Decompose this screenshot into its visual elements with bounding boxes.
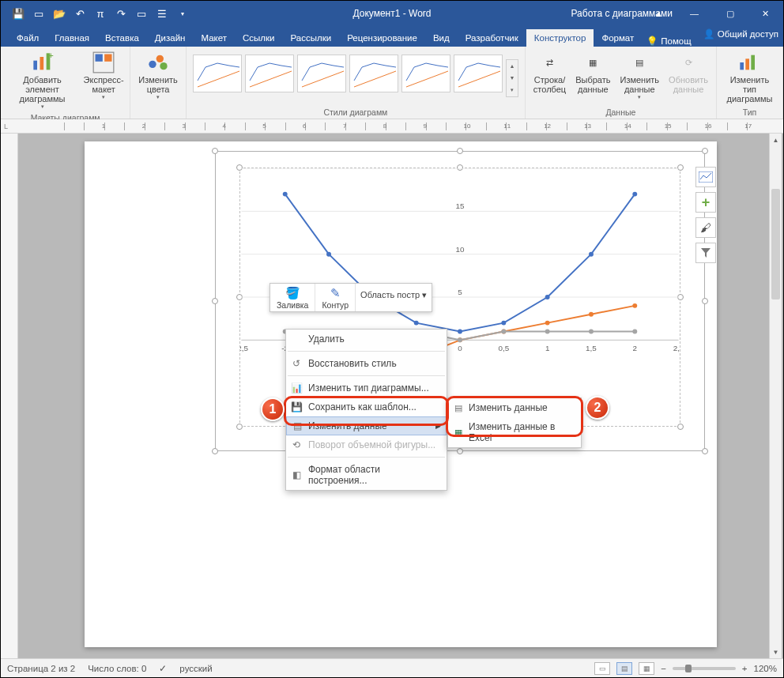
- style-thumb[interactable]: [193, 55, 242, 92]
- read-mode-icon[interactable]: ▭: [594, 662, 610, 675]
- zoom-in-icon[interactable]: +: [742, 664, 748, 673]
- chart-layout-icon[interactable]: [695, 167, 716, 187]
- selection-handle[interactable]: [457, 448, 463, 454]
- web-layout-icon[interactable]: ▦: [639, 662, 654, 675]
- word-count[interactable]: Число слов: 0: [88, 664, 146, 673]
- style-thumb[interactable]: [297, 55, 346, 92]
- excel-icon: ▦: [452, 428, 465, 438]
- save-icon[interactable]: 💾: [9, 4, 28, 23]
- selection-handle[interactable]: [702, 148, 708, 154]
- new-icon[interactable]: ▭: [29, 4, 48, 23]
- chart-elements-icon[interactable]: +: [695, 192, 716, 213]
- fill-button[interactable]: 🪣Заливка: [270, 284, 315, 311]
- zoom-out-icon[interactable]: −: [661, 664, 666, 673]
- menu-change-chart-type[interactable]: 📊Изменить тип диаграммы...: [286, 379, 447, 397]
- close-icon[interactable]: ✕: [748, 1, 783, 26]
- rotate-icon: ⟲: [290, 439, 303, 450]
- tab-developer[interactable]: Разработчик: [458, 29, 526, 47]
- language-indicator[interactable]: русский: [179, 664, 212, 673]
- minimize-icon[interactable]: —: [677, 1, 712, 26]
- outline-button[interactable]: ✎Контур: [315, 284, 356, 311]
- group-data: ⇄Строка/ столбец ▦Выбрать данные ▤Измени…: [526, 47, 717, 119]
- quick-access-toolbar: 💾 ▭ 📂 ↶ π ↷ ▭ ☰ ▾: [1, 4, 192, 23]
- svg-point-56: [501, 330, 506, 334]
- selection-handle[interactable]: [212, 448, 218, 454]
- add-chart-element-button[interactable]: + Добавить элемент диаграммы: [6, 50, 79, 111]
- tab-chart-design[interactable]: Конструктор: [526, 29, 594, 47]
- undo-icon[interactable]: ↶: [70, 4, 89, 23]
- style-thumb[interactable]: [245, 55, 294, 92]
- select-data-button[interactable]: ▦Выбрать данные: [572, 50, 613, 96]
- tab-review[interactable]: Рецензирование: [339, 29, 425, 47]
- open-icon[interactable]: 📂: [50, 4, 69, 23]
- vertical-scrollbar[interactable]: ▲ ▼: [769, 134, 782, 658]
- menu-save-template[interactable]: 💾Сохранить как шаблон...: [286, 397, 447, 416]
- tab-design[interactable]: Дизайн: [147, 29, 194, 47]
- palette-icon: [147, 51, 169, 73]
- menu-format-plot-area[interactable]: ◧Формат области построения...: [286, 460, 447, 490]
- tell-me[interactable]: 💡Помощ: [646, 36, 691, 47]
- scroll-up-icon[interactable]: ▲: [770, 134, 782, 146]
- style-thumb[interactable]: [349, 55, 398, 92]
- submenu-edit-data-excel[interactable]: ▦Изменить данные в Excel: [448, 417, 581, 447]
- qat-more-icon[interactable]: ▾: [173, 4, 192, 23]
- selection-handle[interactable]: [212, 148, 218, 154]
- switch-row-col-button[interactable]: ⇄Строка/ столбец: [530, 50, 569, 96]
- menu-edit-data[interactable]: ▤Изменить данные▶: [286, 416, 447, 435]
- submenu-edit-data[interactable]: ▤Изменить данные: [448, 398, 581, 417]
- selection-handle[interactable]: [702, 298, 708, 304]
- group-chart-layouts: + Добавить элемент диаграммы Экспресс- м…: [1, 47, 130, 119]
- style-thumb[interactable]: [454, 55, 503, 92]
- redo-icon[interactable]: π: [91, 4, 110, 23]
- svg-text:2,5: 2,5: [673, 344, 680, 352]
- ribbon-options-icon[interactable]: ▲: [641, 1, 677, 26]
- chart-styles-gallery[interactable]: ▲▼▾: [191, 50, 520, 106]
- svg-text:1: 1: [545, 344, 549, 352]
- svg-rect-0: [33, 61, 37, 70]
- svg-rect-1: [40, 57, 43, 70]
- vertical-ruler: [1, 134, 18, 658]
- change-chart-type-button[interactable]: Изменить тип диаграммы: [722, 50, 778, 105]
- selection-handle[interactable]: [702, 448, 708, 454]
- print-layout-icon[interactable]: ▤: [616, 662, 632, 675]
- tab-mailings[interactable]: Рассылки: [283, 29, 340, 47]
- zoom-level[interactable]: 120%: [754, 664, 777, 673]
- selection-handle[interactable]: [457, 148, 463, 154]
- chart-styles-icon[interactable]: 🖌: [695, 217, 716, 238]
- svg-point-36: [414, 321, 419, 326]
- chart-filters-icon[interactable]: [695, 243, 716, 263]
- save-template-icon: 💾: [290, 401, 303, 412]
- selection-handle[interactable]: [212, 298, 218, 304]
- share-button[interactable]: 👤Общий доступ: [703, 28, 778, 40]
- fill-icon: 🪣: [285, 286, 300, 300]
- edit-data-icon: ▤: [291, 420, 303, 431]
- tab-home[interactable]: Главная: [47, 29, 97, 47]
- change-colors-button[interactable]: Изменить цвета: [135, 50, 181, 102]
- print-icon[interactable]: ▭: [132, 4, 151, 23]
- scroll-thumb[interactable]: [771, 189, 780, 299]
- redo2-icon[interactable]: ↷: [111, 4, 130, 23]
- edit-data-button[interactable]: ▤Изменить данные: [616, 50, 662, 102]
- svg-point-8: [156, 55, 164, 62]
- spellcheck-icon[interactable]: ✓: [159, 663, 167, 674]
- svg-point-41: [632, 192, 637, 197]
- tab-view[interactable]: Вид: [425, 29, 458, 47]
- touch-icon[interactable]: ☰: [153, 4, 172, 23]
- tab-insert[interactable]: Вставка: [97, 29, 147, 47]
- maximize-icon[interactable]: ▢: [712, 1, 748, 26]
- gallery-scroll[interactable]: ▲▼▾: [506, 59, 518, 97]
- menu-reset-style[interactable]: ↺Восстановить стиль: [286, 354, 447, 373]
- menu-delete[interactable]: Удалить: [286, 330, 447, 348]
- tab-chart-format[interactable]: Формат: [594, 29, 642, 47]
- zoom-slider[interactable]: [673, 667, 736, 670]
- quick-layout-button[interactable]: Экспресс- макет: [82, 50, 125, 102]
- page-indicator[interactable]: Страница 2 из 2: [7, 664, 75, 673]
- refresh-data-button[interactable]: ⟳Обновить данные: [665, 50, 711, 96]
- scroll-down-icon[interactable]: ▼: [770, 646, 782, 658]
- tab-references[interactable]: Ссылки: [235, 29, 283, 47]
- bulb-icon: 💡: [646, 36, 658, 47]
- tab-file[interactable]: Файл: [9, 29, 47, 47]
- tab-layout[interactable]: Макет: [193, 29, 235, 47]
- selection-dropdown[interactable]: Область постр ▾: [356, 284, 432, 311]
- style-thumb[interactable]: [401, 55, 450, 92]
